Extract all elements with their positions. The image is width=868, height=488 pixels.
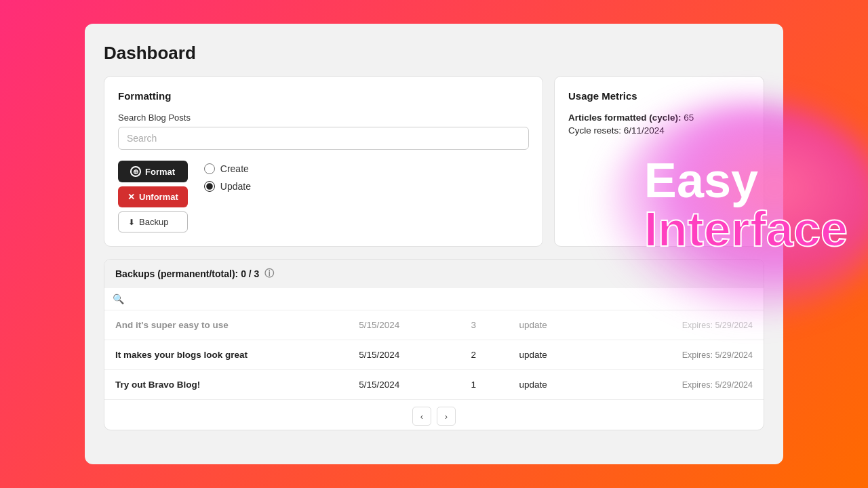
cycle-resets: Cycle resets: 6/11/2024 — [568, 125, 750, 136]
row-type: update — [509, 340, 598, 370]
radio-update-input[interactable] — [204, 181, 215, 192]
row-expiry: Expires: 5/29/2024 — [597, 340, 764, 370]
row-title: And it's super easy to use — [104, 310, 348, 340]
cycle-resets-label: Cycle resets: — [568, 125, 621, 136]
backups-search-icon: 🔍 — [113, 293, 124, 304]
backups-search-input[interactable] — [128, 294, 755, 304]
top-row: Formatting Search Blog Posts ⊕ Format ✕ … — [104, 76, 764, 247]
radio-create-input[interactable] — [204, 163, 215, 174]
search-input-wrap — [118, 127, 529, 150]
row-date: 5/15/2024 — [348, 370, 460, 400]
row-date: 5/15/2024 — [348, 310, 460, 340]
articles-label: Articles formatted (cycle): — [568, 113, 682, 123]
table-row: Try out Bravo Blog! 5/15/2024 1 update E… — [104, 370, 764, 400]
table-row: And it's super easy to use 5/15/2024 3 u… — [104, 310, 764, 340]
unformat-x-icon: ✕ — [127, 192, 135, 202]
formatting-card-title: Formatting — [118, 90, 529, 102]
unformat-button-label: Unformat — [139, 192, 178, 202]
row-date: 5/15/2024 — [348, 340, 460, 370]
row-type: update — [509, 370, 598, 400]
unformat-button[interactable]: ✕ Unformat — [118, 186, 188, 207]
row-count: 3 — [460, 310, 509, 340]
next-page-button[interactable]: › — [437, 407, 456, 426]
usage-card-title: Usage Metrics — [568, 90, 750, 102]
backups-search-wrap: 🔍 — [104, 288, 764, 310]
row-title: It makes your blogs look great — [104, 340, 348, 370]
backups-search-inner: 🔍 — [113, 293, 755, 304]
row-count: 2 — [460, 340, 509, 370]
search-label: Search Blog Posts — [118, 113, 529, 123]
row-expiry: Expires: 5/29/2024 — [597, 310, 764, 340]
format-button[interactable]: ⊕ Format — [118, 161, 188, 182]
buttons-row: ⊕ Format ✕ Unformat ⬇ Backup Cr — [118, 161, 529, 232]
row-type: update — [509, 310, 598, 340]
radio-update-label: Update — [220, 181, 251, 192]
backup-button-label: Backup — [139, 217, 168, 227]
row-count: 1 — [460, 370, 509, 400]
left-buttons: ⊕ Format ✕ Unformat ⬇ Backup — [118, 161, 188, 232]
page-title: Dashboard — [104, 43, 764, 64]
radio-update[interactable]: Update — [204, 181, 251, 192]
main-card: Dashboard Formatting Search Blog Posts ⊕… — [85, 24, 783, 464]
backups-table-body: And it's super easy to use 5/15/2024 3 u… — [104, 310, 764, 399]
backups-section: Backups (permanent/total): 0 / 3 ⓘ 🔍 And… — [104, 259, 764, 430]
format-circle-icon: ⊕ — [130, 166, 141, 177]
radio-group: Create Update — [204, 163, 251, 192]
row-expiry: Expires: 5/29/2024 — [597, 370, 764, 400]
backups-header: Backups (permanent/total): 0 / 3 ⓘ — [104, 260, 764, 288]
backup-button[interactable]: ⬇ Backup — [118, 211, 188, 232]
backup-icon: ⬇ — [128, 218, 135, 227]
usage-card: Usage Metrics Articles formatted (cycle)… — [554, 76, 764, 247]
cycle-resets-value: 6/11/2024 — [624, 125, 665, 136]
articles-formatted: Articles formatted (cycle): 65 — [568, 113, 750, 123]
table-row: It makes your blogs look great 5/15/2024… — [104, 340, 764, 370]
info-icon[interactable]: ⓘ — [264, 268, 274, 280]
format-button-label: Format — [145, 167, 175, 177]
pagination: ‹ › — [104, 399, 764, 430]
radio-create-label: Create — [220, 163, 249, 174]
formatting-card: Formatting Search Blog Posts ⊕ Format ✕ … — [104, 76, 543, 247]
row-title: Try out Bravo Blog! — [104, 370, 348, 400]
backups-header-text: Backups (permanent/total): 0 / 3 — [115, 268, 259, 279]
articles-value: 65 — [684, 113, 694, 123]
radio-create[interactable]: Create — [204, 163, 251, 174]
search-input[interactable] — [118, 127, 529, 150]
prev-page-button[interactable]: ‹ — [412, 407, 431, 426]
backups-table: And it's super easy to use 5/15/2024 3 u… — [104, 310, 764, 399]
